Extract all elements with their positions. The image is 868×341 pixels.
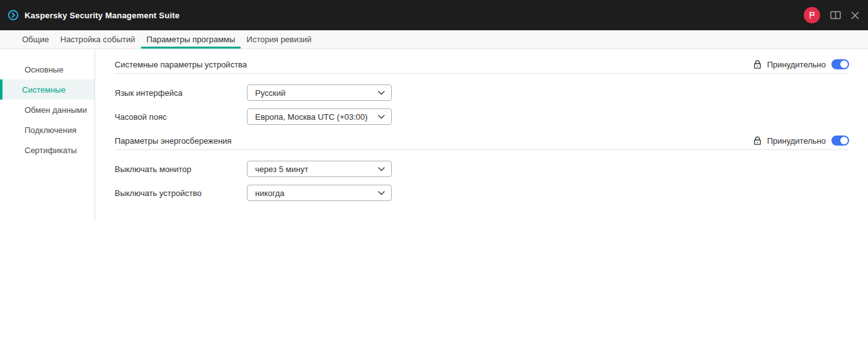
section-rule	[115, 149, 849, 150]
enforce-control: Принудительно	[753, 59, 849, 69]
sidebar-item-system[interactable]: Системные	[0, 79, 94, 100]
settings-sidebar: Основные Системные Обмен данными Подключ…	[0, 49, 94, 340]
enforce-label: Принудительно	[767, 136, 826, 146]
field-label: Часовой пояс	[115, 112, 247, 122]
sidebar-divider	[94, 49, 95, 221]
enforce-toggle[interactable]	[831, 136, 849, 146]
turn-off-monitor-select[interactable]: через 5 минут	[247, 161, 392, 177]
field-label: Выключать устройство	[115, 188, 247, 198]
enforce-label: Принудительно	[767, 60, 826, 69]
app-header: Kaspersky Security Management Suite	[0, 0, 868, 30]
close-icon[interactable]	[851, 11, 859, 20]
tab-application-settings[interactable]: Параметры программы	[141, 30, 241, 49]
field-timezone: Часовой пояс Европа, Москва UTC (+03:00)	[115, 108, 849, 125]
book-icon[interactable]	[830, 11, 841, 20]
sidebar-item-connections[interactable]: Подключения	[0, 120, 94, 140]
chevron-down-icon	[378, 167, 385, 171]
tab-event-settings[interactable]: Настройка событий	[55, 30, 141, 49]
enforce-toggle[interactable]	[831, 59, 849, 69]
app-title: Kaspersky Security Management Suite	[25, 11, 180, 20]
section-rule	[115, 73, 849, 74]
field-turn-off-monitor: Выключать монитор через 5 минут	[115, 160, 849, 178]
main-area: Основные Системные Обмен данными Подключ…	[0, 49, 868, 340]
settings-content: Системные параметры устройства Принудите…	[94, 49, 868, 340]
section-system-device-params: Системные параметры устройства Принудите…	[115, 58, 849, 71]
section-title: Параметры энергосбережения	[115, 136, 232, 146]
field-label: Язык интерфейса	[115, 88, 247, 98]
select-value: Европа, Москва UTC (+03:00)	[255, 112, 368, 122]
sidebar-item-certificates[interactable]: Сертификаты	[0, 140, 94, 160]
section-title: Системные параметры устройства	[115, 60, 247, 69]
enforce-control: Принудительно	[753, 136, 849, 146]
chevron-down-icon	[378, 115, 385, 119]
chevron-down-icon	[378, 191, 385, 195]
flag-avatar-icon[interactable]	[804, 7, 820, 23]
select-value: Русский	[255, 88, 285, 98]
select-value: никогда	[255, 188, 284, 198]
lock-icon	[753, 60, 762, 69]
toggle-knob	[840, 61, 848, 68]
tab-general[interactable]: Общие	[16, 30, 55, 49]
tab-bar: Общие Настройка событий Параметры програ…	[0, 30, 868, 49]
sidebar-item-basic[interactable]: Основные	[0, 59, 94, 79]
chevron-down-icon	[378, 91, 385, 95]
field-label: Выключать монитор	[115, 165, 247, 174]
select-value: через 5 минут	[255, 165, 308, 174]
timezone-select[interactable]: Европа, Москва UTC (+03:00)	[247, 108, 392, 125]
section-power-saving: Параметры энергосбережения Принудительно	[115, 134, 849, 147]
field-turn-off-device: Выключать устройство никогда	[115, 184, 849, 202]
toggle-knob	[840, 137, 848, 144]
kaspersky-logo-icon	[8, 9, 19, 21]
sidebar-item-data-exchange[interactable]: Обмен данными	[0, 100, 94, 120]
field-interface-language: Язык интерфейса Русский	[115, 84, 849, 101]
tab-revision-history[interactable]: История ревизий	[241, 30, 317, 49]
interface-language-select[interactable]: Русский	[247, 84, 392, 101]
turn-off-device-select[interactable]: никогда	[247, 185, 392, 201]
lock-icon	[753, 136, 762, 146]
